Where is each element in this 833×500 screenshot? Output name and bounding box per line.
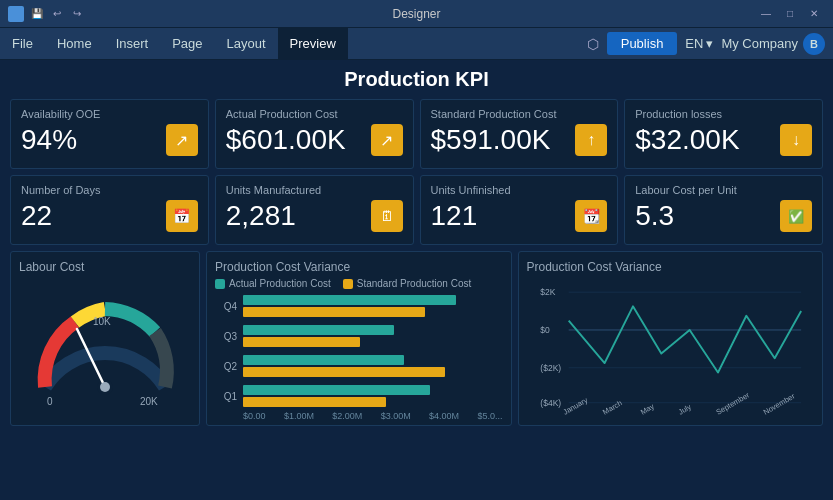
kpi-availability: Availability OOE 94% [10, 99, 209, 169]
svg-text:January: January [561, 395, 589, 415]
bar-q3-actual [243, 325, 394, 335]
kpi-units-unfin-icon [575, 200, 607, 232]
svg-text:November: November [761, 391, 796, 415]
menu-items: File Home Insert Page Layout Preview [0, 28, 348, 59]
kpi-row-2: Number of Days 22 Units Manufactured 2,2… [10, 175, 823, 245]
page-title: Production KPI [10, 68, 823, 91]
svg-point-2 [100, 382, 110, 392]
svg-text:0: 0 [47, 396, 53, 407]
main-content: Production KPI Availability OOE 94% Actu… [0, 60, 833, 500]
svg-text:March: March [601, 398, 624, 415]
kpi-units-mfg-value: 2,281 [226, 200, 296, 232]
svg-text:May: May [638, 402, 655, 415]
kpi-availability-icon [166, 124, 198, 156]
bar-q4-standard [243, 307, 425, 317]
legend-standard-label: Standard Production Cost [357, 278, 472, 289]
line-chart-area: $2K $0 ($2K) ($4K) January March [527, 278, 815, 415]
kpi-units-mfg-label: Units Manufactured [226, 184, 403, 196]
kpi-actual-cost: Actual Production Cost $601.00K [215, 99, 414, 169]
line-path [568, 306, 800, 372]
kpi-availability-label: Availability OOE [21, 108, 198, 120]
bar-legend: Actual Production Cost Standard Producti… [215, 278, 503, 289]
bar-q3-label: Q3 [215, 331, 237, 342]
save-button[interactable]: 💾 [30, 7, 44, 21]
minimize-button[interactable]: — [755, 5, 777, 23]
company-avatar: B [803, 33, 825, 55]
bar-q1-label: Q1 [215, 391, 237, 402]
bar-chart-title: Production Cost Variance [215, 260, 503, 274]
kpi-units-unfinished: Units Unfinished 121 [420, 175, 619, 245]
gauge-svg: 0 20K 10K [25, 277, 185, 417]
kpi-labour-unit-icon [780, 200, 812, 232]
kpi-row-1: Availability OOE 94% Actual Production C… [10, 99, 823, 169]
labour-cost-title: Labour Cost [19, 260, 191, 274]
menu-layout[interactable]: Layout [215, 28, 278, 59]
bar-row-q4: Q4 [215, 295, 503, 317]
menu-right: ⬡ Publish EN ▾ My Company B [587, 32, 833, 55]
legend-actual-label: Actual Production Cost [229, 278, 331, 289]
kpi-production-losses-value: $32.00K [635, 124, 739, 156]
menu-insert[interactable]: Insert [104, 28, 161, 59]
bar-q4-actual [243, 295, 456, 305]
menu-preview[interactable]: Preview [278, 28, 348, 59]
legend-standard-dot [343, 279, 353, 289]
bar-axis: $0.00 $1.00M $2.00M $3.00M $4.00M $5.0..… [215, 411, 503, 421]
redo-button[interactable]: ↪ [70, 7, 84, 21]
svg-text:10K: 10K [93, 316, 111, 327]
bar-chart-area: Q4 Q3 Q2 [215, 295, 503, 407]
kpi-actual-cost-icon [371, 124, 403, 156]
kpi-num-days-value: 22 [21, 200, 52, 232]
legend-actual: Actual Production Cost [215, 278, 331, 289]
kpi-units-unfin-label: Units Unfinished [431, 184, 608, 196]
menu-file[interactable]: File [0, 28, 45, 59]
app-icon [8, 6, 24, 22]
menu-home[interactable]: Home [45, 28, 104, 59]
bar-chart-card: Production Cost Variance Actual Producti… [206, 251, 512, 426]
kpi-units-mfg-icon [371, 200, 403, 232]
share-icon[interactable]: ⬡ [587, 36, 599, 52]
line-chart-card: Production Cost Variance $2K $0 ($2K) ($… [518, 251, 824, 426]
language-selector[interactable]: EN ▾ [685, 36, 713, 51]
line-chart-title: Production Cost Variance [527, 260, 815, 274]
charts-row: Labour Cost [10, 251, 823, 426]
publish-button[interactable]: Publish [607, 32, 678, 55]
svg-text:$0: $0 [540, 325, 550, 335]
maximize-button[interactable]: □ [779, 5, 801, 23]
bar-q1-group [243, 385, 503, 407]
kpi-standard-cost-value: $591.00K [431, 124, 551, 156]
svg-text:20K: 20K [140, 396, 158, 407]
close-button[interactable]: ✕ [803, 5, 825, 23]
kpi-standard-cost: Standard Production Cost $591.00K [420, 99, 619, 169]
kpi-actual-cost-label: Actual Production Cost [226, 108, 403, 120]
svg-text:($4K): ($4K) [540, 398, 561, 408]
kpi-units-manufactured: Units Manufactured 2,281 [215, 175, 414, 245]
svg-text:$2K: $2K [540, 287, 555, 297]
line-chart-svg: $2K $0 ($2K) ($4K) January March [527, 278, 815, 415]
bar-q2-label: Q2 [215, 361, 237, 372]
kpi-num-days: Number of Days 22 [10, 175, 209, 245]
company-selector[interactable]: My Company B [721, 33, 825, 55]
kpi-standard-cost-icon [575, 124, 607, 156]
kpi-num-days-icon [166, 200, 198, 232]
bar-q2-actual [243, 355, 404, 365]
gauge-container: 0 20K 10K [19, 278, 191, 415]
kpi-production-losses-icon [780, 124, 812, 156]
bar-q2-group [243, 355, 503, 377]
kpi-production-losses-label: Production losses [635, 108, 812, 120]
menu-bar: File Home Insert Page Layout Preview ⬡ P… [0, 28, 833, 60]
window-controls: — □ ✕ [755, 5, 825, 23]
bar-q2-standard [243, 367, 445, 377]
bar-row-q3: Q3 [215, 325, 503, 347]
bar-q3-standard [243, 337, 360, 347]
app-title: Designer [392, 7, 440, 21]
title-bar: 💾 ↩ ↪ Designer — □ ✕ [0, 0, 833, 28]
legend-actual-dot [215, 279, 225, 289]
bar-q3-group [243, 325, 503, 347]
menu-page[interactable]: Page [160, 28, 214, 59]
bar-q4-group [243, 295, 503, 317]
title-bar-left: 💾 ↩ ↪ [8, 6, 84, 22]
bar-row-q1: Q1 [215, 385, 503, 407]
kpi-num-days-label: Number of Days [21, 184, 198, 196]
bar-q4-label: Q4 [215, 301, 237, 312]
undo-button[interactable]: ↩ [50, 7, 64, 21]
